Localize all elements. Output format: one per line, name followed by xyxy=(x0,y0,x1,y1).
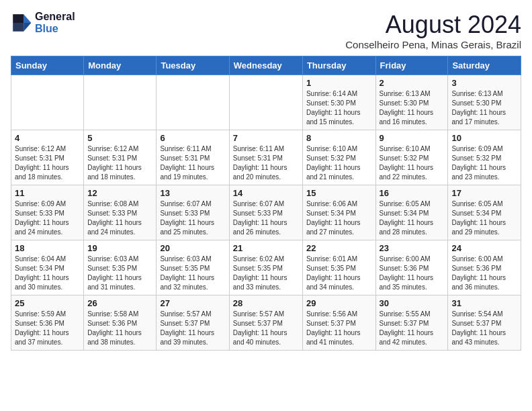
table-cell: 26Sunrise: 5:58 AM Sunset: 5:36 PM Dayli… xyxy=(84,295,157,351)
table-cell: 15Sunrise: 6:06 AM Sunset: 5:34 PM Dayli… xyxy=(302,185,375,240)
day-info: Sunrise: 6:04 AM Sunset: 5:34 PM Dayligh… xyxy=(15,255,80,292)
table-cell: 28Sunrise: 5:57 AM Sunset: 5:37 PM Dayli… xyxy=(229,295,302,351)
week-row-4: 18Sunrise: 6:04 AM Sunset: 5:34 PM Dayli… xyxy=(11,240,521,295)
day-info: Sunrise: 5:57 AM Sunset: 5:37 PM Dayligh… xyxy=(160,310,225,347)
calendar-table: Sunday Monday Tuesday Wednesday Thursday… xyxy=(11,56,521,351)
week-row-1: 1Sunrise: 6:14 AM Sunset: 5:30 PM Daylig… xyxy=(11,75,521,130)
month-year-title: August 2024 xyxy=(345,11,521,39)
table-cell xyxy=(84,75,157,130)
logo: General Blue xyxy=(11,11,75,35)
location-subtitle: Conselheiro Pena, Minas Gerais, Brazil xyxy=(345,39,521,50)
table-cell: 12Sunrise: 6:08 AM Sunset: 5:33 PM Dayli… xyxy=(84,185,157,240)
header-monday: Monday xyxy=(84,56,157,75)
day-info: Sunrise: 5:56 AM Sunset: 5:37 PM Dayligh… xyxy=(306,310,372,347)
svg-marker-0 xyxy=(24,14,31,23)
week-row-5: 25Sunrise: 5:59 AM Sunset: 5:36 PM Dayli… xyxy=(11,295,521,351)
week-row-2: 4Sunrise: 6:12 AM Sunset: 5:31 PM Daylig… xyxy=(11,130,521,185)
day-info: Sunrise: 6:12 AM Sunset: 5:31 PM Dayligh… xyxy=(15,144,80,182)
table-cell: 14Sunrise: 6:07 AM Sunset: 5:33 PM Dayli… xyxy=(229,185,302,240)
table-cell: 13Sunrise: 6:07 AM Sunset: 5:33 PM Dayli… xyxy=(157,185,229,240)
table-cell: 21Sunrise: 6:02 AM Sunset: 5:35 PM Dayli… xyxy=(229,240,302,295)
table-cell: 3Sunrise: 6:13 AM Sunset: 5:30 PM Daylig… xyxy=(448,75,521,130)
day-number: 4 xyxy=(15,133,80,143)
day-info: Sunrise: 6:10 AM Sunset: 5:32 PM Dayligh… xyxy=(380,144,445,182)
logo-text: General Blue xyxy=(35,11,75,35)
day-number: 28 xyxy=(233,298,299,308)
day-info: Sunrise: 6:09 AM Sunset: 5:32 PM Dayligh… xyxy=(451,144,517,182)
day-number: 7 xyxy=(233,133,299,143)
table-cell: 25Sunrise: 5:59 AM Sunset: 5:36 PM Dayli… xyxy=(11,295,84,351)
day-info: Sunrise: 6:02 AM Sunset: 5:35 PM Dayligh… xyxy=(233,255,299,292)
day-number: 24 xyxy=(451,243,517,253)
day-info: Sunrise: 5:54 AM Sunset: 5:37 PM Dayligh… xyxy=(451,310,517,347)
day-info: Sunrise: 6:13 AM Sunset: 5:30 PM Dayligh… xyxy=(380,89,445,127)
day-number: 12 xyxy=(87,188,152,198)
table-cell xyxy=(157,75,229,130)
day-info: Sunrise: 6:12 AM Sunset: 5:31 PM Dayligh… xyxy=(87,144,152,182)
day-info: Sunrise: 5:55 AM Sunset: 5:37 PM Dayligh… xyxy=(380,310,445,347)
table-cell: 4Sunrise: 6:12 AM Sunset: 5:31 PM Daylig… xyxy=(11,130,84,185)
table-cell: 23Sunrise: 6:00 AM Sunset: 5:36 PM Dayli… xyxy=(375,240,448,295)
table-cell: 29Sunrise: 5:56 AM Sunset: 5:37 PM Dayli… xyxy=(302,295,375,351)
day-info: Sunrise: 5:59 AM Sunset: 5:36 PM Dayligh… xyxy=(15,310,80,347)
day-info: Sunrise: 6:00 AM Sunset: 5:36 PM Dayligh… xyxy=(451,255,517,292)
day-info: Sunrise: 6:00 AM Sunset: 5:36 PM Dayligh… xyxy=(380,255,445,292)
day-number: 9 xyxy=(380,133,445,143)
day-number: 19 xyxy=(87,243,152,253)
day-number: 8 xyxy=(306,133,372,143)
day-number: 10 xyxy=(451,133,517,143)
day-number: 22 xyxy=(306,243,372,253)
svg-marker-1 xyxy=(24,23,31,32)
table-cell: 1Sunrise: 6:14 AM Sunset: 5:30 PM Daylig… xyxy=(302,75,375,130)
day-info: Sunrise: 6:07 AM Sunset: 5:33 PM Dayligh… xyxy=(160,199,225,237)
svg-rect-3 xyxy=(13,23,24,32)
day-number: 27 xyxy=(160,298,225,308)
day-number: 23 xyxy=(380,243,445,253)
svg-rect-2 xyxy=(13,14,24,23)
table-cell: 24Sunrise: 6:00 AM Sunset: 5:36 PM Dayli… xyxy=(448,240,521,295)
day-number: 15 xyxy=(306,188,372,198)
day-number: 31 xyxy=(451,298,517,308)
table-cell xyxy=(229,75,302,130)
table-cell xyxy=(11,75,84,130)
day-number: 30 xyxy=(380,298,445,308)
day-number: 21 xyxy=(233,243,299,253)
table-cell: 10Sunrise: 6:09 AM Sunset: 5:32 PM Dayli… xyxy=(448,130,521,185)
header-friday: Friday xyxy=(375,56,448,75)
table-cell: 2Sunrise: 6:13 AM Sunset: 5:30 PM Daylig… xyxy=(375,75,448,130)
day-info: Sunrise: 6:09 AM Sunset: 5:33 PM Dayligh… xyxy=(15,199,80,237)
table-cell: 19Sunrise: 6:03 AM Sunset: 5:35 PM Dayli… xyxy=(84,240,157,295)
day-number: 20 xyxy=(160,243,225,253)
day-info: Sunrise: 6:11 AM Sunset: 5:31 PM Dayligh… xyxy=(160,144,225,182)
calendar-header-row: Sunday Monday Tuesday Wednesday Thursday… xyxy=(11,56,521,75)
day-number: 17 xyxy=(451,188,517,198)
day-number: 1 xyxy=(306,78,372,88)
table-cell: 18Sunrise: 6:04 AM Sunset: 5:34 PM Dayli… xyxy=(11,240,84,295)
day-info: Sunrise: 6:01 AM Sunset: 5:35 PM Dayligh… xyxy=(306,255,372,292)
header-wednesday: Wednesday xyxy=(229,56,302,75)
logo-icon xyxy=(11,12,32,34)
header-sunday: Sunday xyxy=(11,56,84,75)
day-number: 13 xyxy=(160,188,225,198)
table-cell: 30Sunrise: 5:55 AM Sunset: 5:37 PM Dayli… xyxy=(375,295,448,351)
table-cell: 9Sunrise: 6:10 AM Sunset: 5:32 PM Daylig… xyxy=(375,130,448,185)
day-info: Sunrise: 6:07 AM Sunset: 5:33 PM Dayligh… xyxy=(233,199,299,237)
day-info: Sunrise: 6:03 AM Sunset: 5:35 PM Dayligh… xyxy=(160,255,225,292)
day-info: Sunrise: 6:03 AM Sunset: 5:35 PM Dayligh… xyxy=(87,255,152,292)
day-number: 3 xyxy=(451,78,517,88)
day-info: Sunrise: 5:57 AM Sunset: 5:37 PM Dayligh… xyxy=(233,310,299,347)
day-info: Sunrise: 6:06 AM Sunset: 5:34 PM Dayligh… xyxy=(306,199,372,237)
week-row-3: 11Sunrise: 6:09 AM Sunset: 5:33 PM Dayli… xyxy=(11,185,521,240)
table-cell: 20Sunrise: 6:03 AM Sunset: 5:35 PM Dayli… xyxy=(157,240,229,295)
day-number: 16 xyxy=(380,188,445,198)
table-cell: 17Sunrise: 6:05 AM Sunset: 5:34 PM Dayli… xyxy=(448,185,521,240)
day-number: 26 xyxy=(87,298,152,308)
day-number: 2 xyxy=(380,78,445,88)
table-cell: 6Sunrise: 6:11 AM Sunset: 5:31 PM Daylig… xyxy=(157,130,229,185)
day-info: Sunrise: 6:14 AM Sunset: 5:30 PM Dayligh… xyxy=(306,89,372,127)
table-cell: 31Sunrise: 5:54 AM Sunset: 5:37 PM Dayli… xyxy=(448,295,521,351)
header-thursday: Thursday xyxy=(302,56,375,75)
day-info: Sunrise: 6:05 AM Sunset: 5:34 PM Dayligh… xyxy=(380,199,445,237)
table-cell: 8Sunrise: 6:10 AM Sunset: 5:32 PM Daylig… xyxy=(302,130,375,185)
day-info: Sunrise: 5:58 AM Sunset: 5:36 PM Dayligh… xyxy=(87,310,152,347)
